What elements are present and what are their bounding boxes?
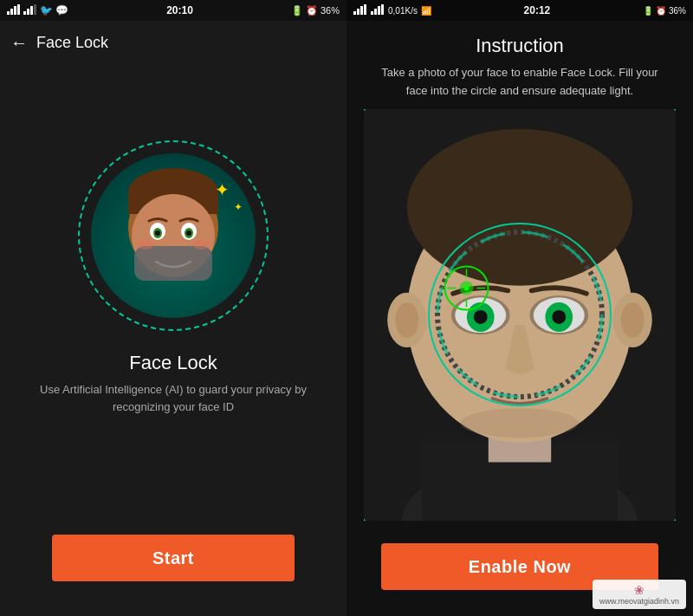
- back-button[interactable]: ←: [10, 33, 28, 53]
- svg-rect-7: [34, 4, 36, 15]
- battery-charging-icon: 🔋: [291, 5, 303, 16]
- left-right-status-icons: 🔋 ⏰ 36%: [291, 5, 340, 16]
- alarm-icon-right: ⏰: [656, 6, 666, 16]
- svg-rect-1: [10, 9, 13, 15]
- face-scan-area: [364, 109, 676, 521]
- sparkle-icon-1: ✦: [215, 179, 230, 200]
- svg-point-16: [155, 230, 160, 236]
- message-icon: 💬: [55, 4, 68, 16]
- svg-rect-2: [14, 6, 16, 15]
- instruction-description: Take a photo of your face to enable Face…: [346, 64, 693, 101]
- status-bar-right: 0,01K/s 📶 20:12 🔋 ⏰ 36%: [346, 0, 693, 21]
- signal-icon-right: [353, 4, 367, 16]
- watermark: ❀ www.meovatgiadinh.vn: [593, 580, 686, 609]
- battery-percent-left: 36%: [321, 5, 340, 16]
- top-bar-left: ← Face Lock: [0, 21, 346, 64]
- svg-rect-6: [30, 6, 33, 15]
- data-speed: 0,01K/s: [388, 6, 418, 16]
- battery-percent-right: 36%: [669, 6, 686, 16]
- start-button[interactable]: Start: [52, 535, 295, 581]
- svg-point-20: [192, 239, 210, 250]
- eye-crosshair-svg: [443, 264, 490, 312]
- svg-rect-26: [374, 9, 377, 15]
- svg-point-38: [621, 302, 644, 338]
- left-panel: 🐦 💬 20:10 🔋 ⏰ 36% ← Face Lock ✦ ✦: [0, 0, 346, 616]
- signal-icon-right-2: [371, 4, 385, 16]
- sparkle-icon-2: ✦: [234, 201, 243, 213]
- face-circle-inner: ✦ ✦: [91, 153, 256, 318]
- face-photo-area: [364, 109, 676, 521]
- svg-point-47: [461, 408, 579, 438]
- face-circle-outer: ✦ ✦: [78, 140, 269, 331]
- svg-rect-21: [353, 11, 356, 15]
- svg-rect-28: [381, 4, 384, 15]
- svg-rect-25: [371, 11, 373, 15]
- svg-rect-24: [364, 4, 366, 15]
- svg-rect-18: [134, 246, 212, 281]
- bottom-area-left: Start: [0, 517, 346, 616]
- svg-rect-4: [23, 11, 26, 15]
- face-description: Use Artificial Intelligence (AI) to guar…: [0, 381, 346, 415]
- battery-icon-right: 🔋: [643, 6, 653, 16]
- signal-icon: [7, 4, 21, 16]
- alarm-icon: ⏰: [306, 5, 318, 16]
- svg-rect-22: [357, 9, 359, 15]
- svg-rect-5: [27, 9, 29, 15]
- eye-crosshair-container: [443, 264, 490, 315]
- bird-icon: 🐦: [40, 4, 53, 16]
- wifi-icon: 📶: [421, 6, 431, 16]
- right-left-status: 0,01K/s 📶: [353, 4, 431, 16]
- right-time: 20:12: [524, 4, 551, 16]
- left-status-icons: 🐦 💬: [7, 4, 68, 16]
- watermark-url: www.meovatgiadinh.vn: [599, 597, 679, 606]
- instruction-title: Instruction: [346, 21, 693, 64]
- svg-point-37: [395, 302, 418, 338]
- page-title-left: Face Lock: [36, 34, 108, 52]
- svg-rect-27: [378, 6, 380, 15]
- svg-point-57: [463, 285, 469, 290]
- svg-point-19: [137, 239, 154, 250]
- right-right-status-icons: 🔋 ⏰ 36%: [643, 6, 686, 16]
- right-panel: 0,01K/s 📶 20:12 🔋 ⏰ 36% Instruction Take…: [346, 0, 693, 616]
- svg-rect-23: [360, 6, 363, 15]
- left-time: 20:10: [166, 4, 193, 16]
- watermark-logo: ❀: [634, 583, 644, 597]
- status-bar-left: 🐦 💬 20:10 🔋 ⏰ 36%: [0, 0, 346, 21]
- svg-point-17: [186, 230, 191, 236]
- svg-rect-3: [17, 4, 20, 15]
- face-title: Face Lock: [129, 352, 217, 374]
- signal-icon-2: [23, 4, 37, 16]
- face-illustration-area: ✦ ✦: [0, 64, 346, 517]
- svg-rect-0: [7, 11, 10, 15]
